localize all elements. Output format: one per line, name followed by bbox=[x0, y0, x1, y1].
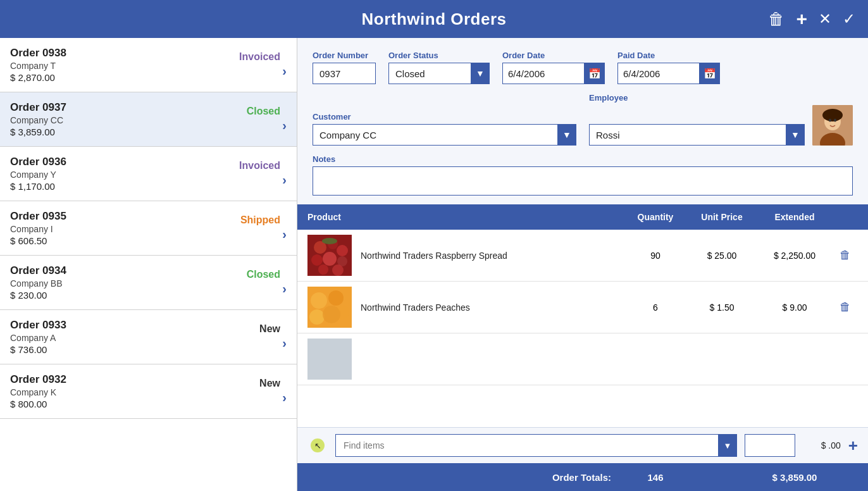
employee-photo bbox=[812, 105, 853, 146]
order-list-item-0934[interactable]: Order 0934 Company BB $ 230.00 Closed › bbox=[0, 256, 297, 310]
svg-point-13 bbox=[318, 264, 328, 275]
order-chevron-icon[interactable]: › bbox=[282, 336, 287, 351]
delete-button[interactable]: 🗑 bbox=[768, 9, 784, 29]
order-status-group: Order Status Closed New Invoiced Shipped… bbox=[388, 51, 490, 84]
order-company: Company I bbox=[10, 224, 230, 234]
svg-point-14 bbox=[332, 264, 344, 276]
order-list-item-0938[interactable]: Order 0938 Company T $ 2,870.00 Invoiced… bbox=[0, 38, 297, 92]
order-form: Order Number Order Status Closed New Inv… bbox=[297, 38, 868, 204]
order-name: Order 0934 bbox=[10, 264, 230, 277]
svg-point-4 bbox=[829, 119, 831, 122]
order-chevron-icon[interactable]: › bbox=[282, 64, 287, 78]
order-status-badge: Shipped bbox=[230, 214, 280, 226]
svg-point-10 bbox=[311, 254, 323, 266]
notes-group: Notes bbox=[313, 154, 853, 196]
main-layout: Order 0938 Company T $ 2,870.00 Invoiced… bbox=[0, 38, 868, 491]
employee-avatar-svg bbox=[812, 105, 853, 146]
order-company: Company CC bbox=[10, 115, 230, 125]
svg-point-18 bbox=[328, 290, 344, 306]
paid-date-calendar-icon[interactable]: 📅 bbox=[700, 63, 720, 84]
order-list-item-0932[interactable]: Order 0932 Company K $ 800.00 New › bbox=[0, 364, 297, 419]
order-chevron-icon[interactable]: › bbox=[282, 227, 287, 242]
order-date-input[interactable] bbox=[502, 63, 585, 84]
order-list-item-0933[interactable]: Order 0933 Company A $ 736.00 New › bbox=[0, 310, 297, 364]
order-status-badge: New bbox=[230, 323, 280, 335]
order-info: Order 0938 Company T $ 2,870.00 bbox=[10, 47, 230, 83]
totals-label: Order Totals: bbox=[307, 472, 624, 483]
order-name: Order 0932 bbox=[10, 373, 230, 386]
order-amount: $ 2,870.00 bbox=[10, 72, 230, 83]
order-name: Order 0938 bbox=[10, 47, 230, 59]
order-name: Order 0936 bbox=[10, 156, 230, 168]
app-title: Northwind Orders bbox=[361, 9, 506, 29]
order-chevron-icon[interactable]: › bbox=[282, 118, 287, 133]
order-status-select-wrapper: Closed New Invoiced Shipped ▼ bbox=[388, 63, 490, 84]
add-item-qty-input[interactable] bbox=[745, 434, 795, 457]
close-button[interactable]: ✕ bbox=[819, 10, 831, 28]
totals-ext: $ 3,859.00 bbox=[757, 472, 833, 483]
table-row bbox=[297, 333, 868, 385]
paid-date-input[interactable] bbox=[617, 63, 700, 84]
order-right-col: New › bbox=[230, 323, 287, 351]
orders-list: Order 0938 Company T $ 2,870.00 Invoiced… bbox=[0, 38, 297, 491]
order-amount: $ 1,170.00 bbox=[10, 181, 230, 192]
svg-point-21 bbox=[323, 306, 340, 323]
order-status-badge: Invoiced bbox=[230, 51, 280, 63]
svg-point-20 bbox=[309, 309, 325, 325]
add-item-button[interactable]: + bbox=[848, 437, 858, 454]
notes-input[interactable] bbox=[313, 166, 853, 196]
delete-item-button[interactable]: 🗑 bbox=[840, 301, 851, 314]
employee-select[interactable]: Rossi Smith Jones bbox=[589, 124, 805, 146]
order-right-col: Invoiced › bbox=[230, 51, 287, 78]
delete-item-button[interactable]: 🗑 bbox=[840, 249, 851, 262]
order-list-item-0935[interactable]: Order 0935 Company I $ 606.50 Shipped › bbox=[0, 201, 297, 256]
employee-group: Employee Rossi Smith Jones ▼ bbox=[589, 93, 853, 146]
order-list-item-0936[interactable]: Order 0936 Company Y $ 1,170.00 Invoiced… bbox=[0, 147, 297, 201]
product-delete-cell: 🗑 bbox=[833, 249, 858, 262]
order-date-calendar-icon[interactable]: 📅 bbox=[585, 63, 605, 84]
product-name: Northwind Traders Raspberry Spread bbox=[361, 251, 507, 261]
add-item-row: ↖ ▼ $ .00 + bbox=[297, 427, 868, 463]
order-company: Company K bbox=[10, 387, 230, 397]
order-chevron-icon[interactable]: › bbox=[282, 390, 287, 405]
customer-select[interactable]: Company CC Company T Company Y Company I… bbox=[313, 124, 576, 146]
order-chevron-icon[interactable]: › bbox=[282, 282, 287, 296]
product-cell: Northwind Traders Raspberry Spread bbox=[307, 235, 624, 276]
product-delete-cell: 🗑 bbox=[833, 301, 858, 314]
form-row-2: Customer Company CC Company T Company Y … bbox=[313, 93, 853, 146]
order-date-label: Order Date bbox=[502, 51, 605, 60]
form-row-1: Order Number Order Status Closed New Inv… bbox=[313, 51, 853, 84]
product-qty: 6 bbox=[624, 302, 687, 313]
order-name: Order 0933 bbox=[10, 319, 230, 332]
find-items-input[interactable] bbox=[335, 434, 737, 457]
confirm-button[interactable]: ✓ bbox=[843, 10, 855, 28]
employee-row: Rossi Smith Jones ▼ bbox=[589, 105, 853, 146]
svg-point-3 bbox=[822, 109, 843, 121]
product-unit-price: $ 25.00 bbox=[687, 251, 757, 261]
order-chevron-icon[interactable]: › bbox=[282, 173, 287, 187]
order-status-select[interactable]: Closed New Invoiced Shipped bbox=[388, 63, 490, 84]
product-cell bbox=[307, 339, 624, 380]
customer-group: Customer Company CC Company T Company Y … bbox=[313, 112, 576, 146]
order-list-item-0937[interactable]: Order 0937 Company CC $ 3,859.00 Closed … bbox=[0, 92, 297, 147]
order-right-col: New › bbox=[230, 378, 287, 405]
order-status-badge: Closed bbox=[230, 106, 280, 117]
svg-point-15 bbox=[322, 238, 337, 244]
order-right-col: Closed › bbox=[230, 269, 287, 296]
svg-point-9 bbox=[337, 245, 348, 256]
order-number-group: Order Number bbox=[313, 51, 376, 84]
product-qty: 90 bbox=[624, 251, 687, 261]
order-company: Company Y bbox=[10, 170, 230, 180]
col-product: Product bbox=[307, 212, 624, 222]
order-status-badge: Closed bbox=[230, 269, 280, 280]
order-amount: $ 606.50 bbox=[10, 235, 230, 246]
order-number-input[interactable] bbox=[313, 63, 376, 84]
order-date-wrapper: 📅 bbox=[502, 63, 605, 84]
order-status-badge: New bbox=[230, 378, 280, 389]
add-order-button[interactable]: + bbox=[796, 8, 807, 30]
order-info: Order 0937 Company CC $ 3,859.00 bbox=[10, 101, 230, 137]
table-header: Product Quantity Unit Price Extended bbox=[297, 204, 868, 230]
order-right-col: Invoiced › bbox=[230, 160, 287, 187]
totals-qty: 146 bbox=[624, 472, 687, 483]
notes-label: Notes bbox=[313, 154, 853, 164]
